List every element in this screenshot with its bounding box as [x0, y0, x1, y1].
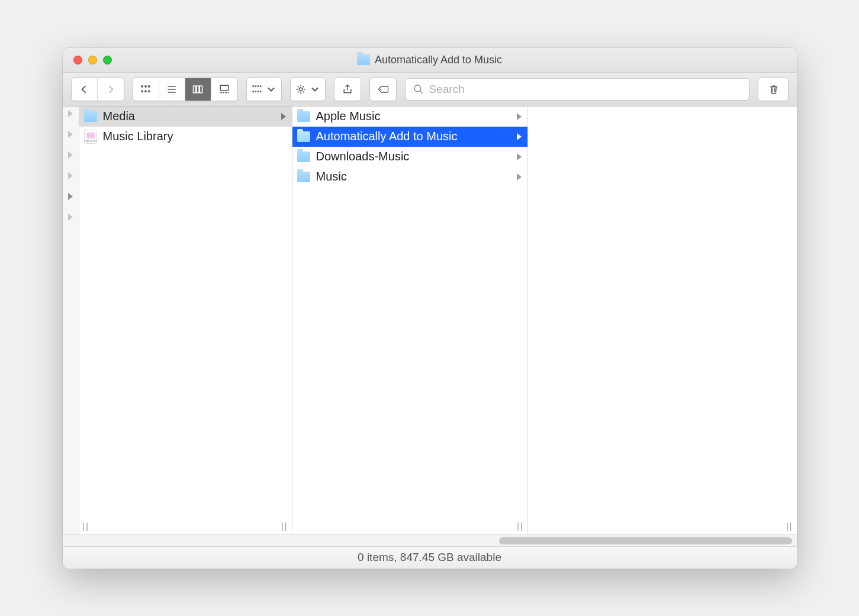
- search-icon: [413, 83, 424, 95]
- svg-rect-10: [220, 92, 222, 93]
- svg-rect-4: [144, 90, 146, 92]
- svg-rect-21: [260, 91, 262, 92]
- chevron-left-icon: [78, 83, 90, 95]
- svg-rect-14: [252, 85, 254, 87]
- svg-point-24: [414, 85, 420, 91]
- list-icon: [166, 83, 178, 95]
- horizontal-scrollbar[interactable]: [63, 534, 797, 546]
- action-menu[interactable]: [290, 78, 326, 101]
- columns-icon: [192, 83, 204, 95]
- folder-icon: [297, 172, 310, 182]
- chevron-right-icon: [517, 113, 522, 120]
- column-resize-handle[interactable]: ||: [83, 521, 89, 531]
- svg-rect-19: [255, 91, 256, 92]
- list-item[interactable]: Media: [79, 107, 292, 127]
- svg-rect-16: [257, 85, 259, 87]
- item-label: Downloads-Music: [316, 150, 410, 163]
- path-arrow[interactable]: [68, 193, 73, 200]
- svg-rect-17: [260, 85, 262, 87]
- svg-point-23: [380, 88, 381, 89]
- toolbar: [63, 73, 797, 107]
- view-columns-button[interactable]: [185, 78, 211, 101]
- list-item[interactable]: Automatically Add to Music: [292, 127, 527, 147]
- column-2[interactable]: ||: [528, 107, 797, 534]
- column-0[interactable]: Media LIBRARY Music Library || ||: [79, 107, 292, 534]
- path-arrow[interactable]: [68, 151, 73, 159]
- path-arrow[interactable]: [68, 110, 73, 117]
- titlebar: Automatically Add to Music: [63, 48, 797, 73]
- svg-rect-15: [255, 85, 256, 87]
- share-icon: [342, 83, 353, 95]
- view-list-button[interactable]: [159, 78, 185, 101]
- svg-rect-20: [257, 91, 259, 92]
- svg-rect-18: [252, 91, 254, 92]
- svg-rect-11: [223, 92, 224, 93]
- window-title: Automatically Add to Music: [63, 54, 797, 66]
- back-button[interactable]: [72, 78, 98, 101]
- column-resize-handle[interactable]: ||: [786, 521, 793, 531]
- tag-icon: [377, 83, 389, 95]
- forward-button[interactable]: [98, 78, 124, 101]
- path-arrow[interactable]: [68, 214, 73, 221]
- column-resize-handle[interactable]: ||: [281, 521, 288, 531]
- trash-button[interactable]: [758, 78, 789, 101]
- view-switcher: [133, 78, 238, 101]
- svg-rect-3: [141, 90, 143, 92]
- search-field[interactable]: [405, 78, 749, 101]
- column-1[interactable]: Apple Music Automatically Add to Music D…: [292, 107, 528, 534]
- svg-rect-2: [148, 85, 150, 87]
- svg-rect-1: [144, 85, 146, 87]
- item-label: Music: [316, 170, 347, 183]
- window-controls: [63, 56, 112, 64]
- search-input[interactable]: [429, 83, 742, 96]
- status-text: 0 items, 847.45 GB available: [358, 551, 501, 564]
- finder-window: Automatically Add to Music: [63, 48, 797, 569]
- grid-icon: [140, 83, 152, 95]
- chevron-down-icon: [309, 83, 321, 95]
- path-arrow[interactable]: [68, 172, 73, 179]
- svg-rect-5: [148, 90, 150, 92]
- svg-rect-0: [141, 85, 143, 87]
- svg-rect-7: [197, 86, 199, 93]
- svg-rect-12: [225, 92, 227, 93]
- svg-rect-13: [227, 92, 229, 93]
- zoom-window-button[interactable]: [103, 56, 112, 64]
- folder-icon: [84, 111, 97, 122]
- view-icons-button[interactable]: [133, 78, 159, 101]
- path-arrow[interactable]: [68, 131, 73, 138]
- list-item[interactable]: LIBRARY Music Library: [79, 127, 292, 147]
- list-item[interactable]: Apple Music: [292, 107, 527, 127]
- chevron-right-icon: [517, 153, 522, 160]
- share-button[interactable]: [334, 78, 361, 101]
- chevron-down-icon: [265, 83, 277, 95]
- chevron-right-icon: [281, 113, 286, 120]
- scrollbar-thumb[interactable]: [499, 537, 792, 544]
- chevron-right-icon: [517, 173, 522, 180]
- chevron-right-icon: [105, 83, 117, 95]
- folder-icon: [297, 131, 310, 142]
- list-item[interactable]: Music: [292, 167, 527, 187]
- item-label: Automatically Add to Music: [316, 130, 458, 143]
- nav-back-forward: [71, 78, 124, 101]
- tags-button[interactable]: [369, 78, 397, 101]
- item-label: Apple Music: [316, 109, 381, 123]
- status-bar: 0 items, 847.45 GB available: [63, 546, 797, 569]
- folder-icon: [297, 151, 310, 162]
- chevron-right-icon: [517, 133, 522, 140]
- folder-icon: [297, 111, 310, 122]
- path-rail: [63, 107, 79, 534]
- close-window-button[interactable]: [73, 56, 82, 64]
- column-resize-handle[interactable]: ||: [517, 521, 523, 531]
- item-label: Media: [103, 109, 135, 123]
- file-icon: LIBRARY: [84, 130, 97, 144]
- item-label: Music Library: [103, 130, 173, 143]
- window-title-text: Automatically Add to Music: [375, 54, 502, 66]
- list-item[interactable]: Downloads-Music: [292, 147, 527, 167]
- view-gallery-button[interactable]: [211, 78, 237, 101]
- group-by-menu[interactable]: [246, 78, 282, 101]
- group-icon: [251, 83, 263, 95]
- svg-rect-9: [220, 85, 228, 90]
- gear-icon: [295, 83, 307, 95]
- minimize-window-button[interactable]: [88, 56, 97, 64]
- gallery-icon: [218, 83, 230, 95]
